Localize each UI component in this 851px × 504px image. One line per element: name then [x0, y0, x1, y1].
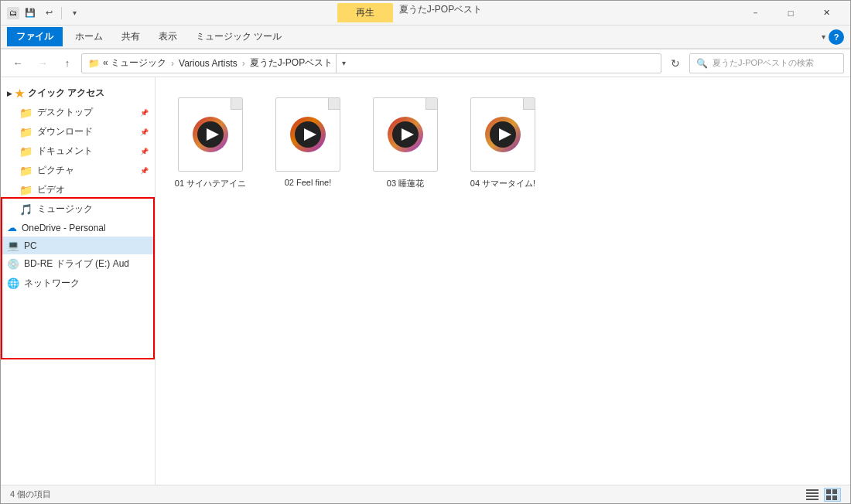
svg-rect-13 — [806, 492, 819, 494]
media-icon-01 — [192, 116, 229, 153]
folder-icon-downloads: 📁 — [19, 126, 32, 138]
title-tab[interactable]: 再生 — [337, 3, 393, 22]
sidebar-label-onedrive: OneDrive - Personal — [22, 223, 106, 233]
sidebar-label-desktop: デスクトップ — [37, 106, 93, 119]
sidebar-label-documents: ドキュメント — [37, 145, 93, 158]
sidebar-item-music[interactable]: 🎵 ミュージック — [1, 199, 155, 219]
file-item-01[interactable]: 01 サイハテアイニ — [168, 90, 253, 196]
file-area: 01 サイハテアイニ — [156, 77, 850, 485]
qat-separator — [61, 7, 62, 19]
close-button[interactable]: ✕ — [808, 1, 844, 26]
cloud-icon: ☁ — [7, 222, 17, 233]
window: 🗂 💾 ↩ ▾ 再生 夏うたJ-POPベスト － □ ✕ ファイル ホーム 共有… — [0, 0, 851, 504]
file-item-04[interactable]: 04 サマータイム! — [460, 90, 545, 196]
svg-rect-15 — [806, 499, 819, 500]
undo-qat-button[interactable]: ↩ — [41, 5, 56, 21]
play-overlay-03 — [387, 116, 424, 153]
window-title: 夏うたJ-POPベスト — [399, 3, 482, 22]
window-controls: － □ ✕ — [737, 1, 844, 26]
sidebar-item-pictures[interactable]: 📁 ピクチャ 📌 — [1, 161, 155, 180]
sidebar-label-music: ミュージック — [37, 203, 93, 216]
file-thumbnail-02 — [273, 96, 343, 173]
ribbon-tabs: ファイル ホーム 共有 表示 ミュージック ツール ▾ ? — [1, 26, 850, 49]
up-button[interactable]: ↑ — [56, 53, 78, 74]
address-path-album[interactable]: 夏うたJ-POPベスト — [250, 56, 333, 70]
app-icon: 🗂 — [7, 7, 19, 19]
ribbon: ファイル ホーム 共有 表示 ミュージック ツール ▾ ? — [1, 26, 850, 49]
play-overlay-02 — [289, 116, 326, 153]
minimize-button[interactable]: － — [737, 1, 773, 26]
file-label-02: 02 Feel fine! — [285, 178, 332, 187]
back-button[interactable]: ← — [7, 53, 29, 74]
address-folder-icon: 📁 — [88, 58, 100, 69]
pin-icon-desktop: 📌 — [140, 109, 149, 117]
folder-icon-pictures: 📁 — [19, 165, 32, 177]
file-label-04: 04 サマータイム! — [470, 178, 535, 189]
address-sep1: › — [171, 58, 174, 69]
file-item-03[interactable]: 03 睡蓮花 — [363, 90, 448, 196]
sidebar-label-downloads: ダウンロード — [37, 125, 93, 138]
address-sep2: › — [242, 58, 245, 69]
title-bar: 🗂 💾 ↩ ▾ 再生 夏うたJ-POPベスト － □ ✕ — [1, 1, 850, 26]
sidebar-item-network[interactable]: 🌐 ネットワーク — [1, 274, 155, 293]
save-qat-button[interactable]: 💾 — [22, 5, 38, 21]
svg-rect-16 — [826, 489, 831, 494]
status-right — [804, 488, 841, 502]
tab-file[interactable]: ファイル — [7, 27, 63, 46]
sidebar-label-pc: PC — [24, 240, 37, 251]
forward-button[interactable]: → — [32, 53, 53, 74]
status-count: 4 個の項目 — [10, 489, 51, 500]
address-bar[interactable]: 📁 « ミュージック › Various Artists › 夏うたJ-POPベ… — [81, 53, 661, 73]
sidebar-item-documents[interactable]: 📁 ドキュメント 📌 — [1, 141, 155, 161]
quick-access-chevron-icon: ▸ — [7, 88, 12, 99]
status-bar: 4 個の項目 — [1, 485, 850, 503]
tab-share[interactable]: 共有 — [112, 27, 149, 46]
ribbon-right: ▾ ? — [822, 29, 844, 45]
ribbon-collapse-icon[interactable]: ▾ — [822, 32, 825, 41]
address-dropdown-button[interactable]: ▾ — [336, 53, 351, 73]
tab-music-tools[interactable]: ミュージック ツール — [186, 27, 291, 46]
help-button[interactable]: ? — [829, 29, 844, 45]
media-icon-04 — [484, 116, 521, 153]
tab-view[interactable]: 表示 — [149, 27, 186, 46]
sidebar-item-desktop[interactable]: 📁 デスクトップ 📌 — [1, 103, 155, 122]
network-icon: 🌐 — [7, 278, 19, 289]
tab-home[interactable]: ホーム — [66, 27, 112, 46]
folder-icon-desktop: 📁 — [19, 107, 32, 119]
sidebar-item-onedrive[interactable]: ☁ OneDrive - Personal — [1, 219, 155, 237]
title-bar-center: 再生 夏うたJ-POPベスト — [82, 3, 737, 22]
folder-icon-videos: 📁 — [19, 184, 32, 196]
folder-icon-documents: 📁 — [19, 145, 32, 158]
sidebar-item-downloads[interactable]: 📁 ダウンロード 📌 — [1, 122, 155, 141]
address-bar-area: ← → ↑ 📁 « ミュージック › Various Artists › 夏うた… — [1, 49, 850, 77]
svg-rect-12 — [806, 489, 819, 491]
file-thumbnail-01 — [176, 96, 245, 173]
folder-icon-music: 🎵 — [19, 203, 32, 216]
pin-icon-documents: 📌 — [140, 148, 149, 155]
address-path-artists[interactable]: Various Artists — [179, 58, 238, 69]
svg-rect-19 — [832, 495, 837, 500]
view-large-button[interactable] — [824, 488, 841, 502]
sidebar-section-quick-access[interactable]: ▸ ★ クイック アクセス — [1, 83, 155, 103]
sidebar-item-pc[interactable]: 💻 PC — [1, 237, 155, 254]
address-path-music[interactable]: « ミュージック — [103, 56, 166, 70]
media-icon-03 — [387, 116, 424, 153]
file-label-01: 01 サイハテアイニ — [175, 178, 246, 189]
svg-rect-17 — [832, 489, 837, 494]
sidebar-item-bd-drive[interactable]: 💿 BD-RE ドライブ (E:) Aud — [1, 254, 155, 274]
sidebar: ▸ ★ クイック アクセス 📁 デスクトップ 📌 📁 ダウンロード 📌 📁 ドキ… — [1, 77, 156, 485]
maximize-button[interactable]: □ — [773, 1, 808, 26]
star-icon: ★ — [15, 87, 25, 100]
search-bar[interactable]: 🔍 夏うたJ-POPベストの検索 — [689, 53, 844, 73]
qat-more-button[interactable]: ▾ — [67, 5, 82, 21]
refresh-button[interactable]: ↻ — [665, 53, 686, 74]
file-thumbnail-04 — [468, 96, 538, 173]
media-icon-02 — [289, 116, 326, 153]
view-list-icon — [806, 489, 819, 500]
title-bar-left: 🗂 💾 ↩ ▾ — [7, 5, 82, 21]
sidebar-label-bd-drive: BD-RE ドライブ (E:) Aud — [24, 257, 129, 271]
file-item-02[interactable]: 02 Feel fine! — [265, 90, 350, 196]
svg-rect-14 — [806, 495, 819, 497]
view-list-button[interactable] — [804, 488, 821, 502]
sidebar-item-videos[interactable]: 📁 ビデオ — [1, 180, 155, 199]
